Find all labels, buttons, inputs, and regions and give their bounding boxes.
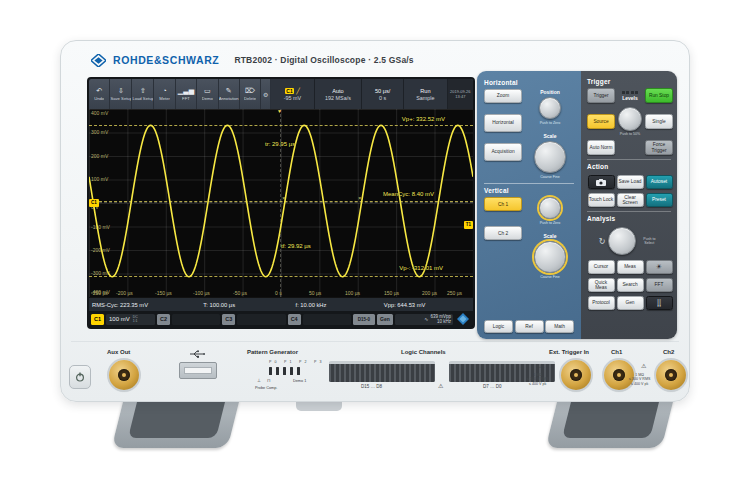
input-rating-text: 1 MΩ≤ 300 V RMS≤ 400 V pk xyxy=(527,373,548,386)
trigger-level-marker[interactable]: T1 xyxy=(464,221,473,229)
channel2-select-button[interactable]: Ch 2 xyxy=(484,226,522,240)
autoset-button[interactable]: Autoset xyxy=(646,175,673,189)
warning-icon: ⚠ xyxy=(438,383,443,390)
acquisition-status-cell[interactable]: Auto 192 MSa/s xyxy=(315,79,363,109)
channel3-badge[interactable]: C3 xyxy=(222,314,235,325)
demo-button[interactable]: ▭ Demo xyxy=(197,79,218,109)
acquisition-button[interactable]: Acquisition xyxy=(484,143,522,161)
run-stop-button[interactable]: Run Stop xyxy=(645,88,673,103)
gen-button[interactable]: Gen xyxy=(617,296,644,310)
left-stand-foot xyxy=(112,396,241,448)
quick-meas-button[interactable]: Quick Meas xyxy=(588,278,615,292)
horizontal-position-knob[interactable] xyxy=(539,97,561,119)
channel1-scale: 100 mV xyxy=(109,316,130,322)
analysis-section-header: Analysis xyxy=(587,215,671,222)
navigation-knob-hint: Push to Select xyxy=(639,237,659,245)
connector-row: Aux Out Pattern Generator P0 P1 P2 P3 ⊥ … xyxy=(61,343,689,403)
aux-out-label: Aux Out xyxy=(107,349,130,355)
touch-lock-button[interactable]: Touch Lock xyxy=(588,193,615,207)
zoom-button[interactable]: Zoom xyxy=(484,89,522,103)
trigger-position-marker[interactable]: ▼ xyxy=(277,109,282,114)
v-scale-knob-label: Scale xyxy=(543,233,556,239)
ref-button[interactable]: Ref xyxy=(515,320,544,333)
rotate-icon: ↻ xyxy=(599,237,606,246)
save-load-button[interactable]: Save Load xyxy=(617,175,644,189)
power-icon xyxy=(75,372,85,382)
keypad-button[interactable]: ⣿ xyxy=(646,296,673,310)
action-section-header: Action xyxy=(587,163,671,170)
logic-button[interactable]: Logic xyxy=(484,320,513,333)
fall-time-annotation: tf: 29.92 µs xyxy=(281,243,311,250)
right-stand-foot xyxy=(546,396,675,448)
square-wave-symbol: ⊓ xyxy=(267,378,271,383)
horizontal-vertical-panel: Horizontal Zoom Horizontal Acquisition P… xyxy=(477,71,581,339)
pencil-icon: ✎ xyxy=(226,87,232,95)
timebase-status-cell[interactable]: 50 µs/ 0 s xyxy=(362,79,404,109)
front-control-panel: Horizontal Zoom Horizontal Acquisition P… xyxy=(477,71,677,339)
power-button[interactable] xyxy=(69,365,91,389)
rohde-schwarz-logo-icon xyxy=(91,54,106,67)
auto-norm-button[interactable]: Auto Norm xyxy=(587,140,615,155)
trigger-level-knob[interactable] xyxy=(618,107,642,131)
annotation-button[interactable]: ✎ Annotation xyxy=(219,79,240,109)
warning-icon: ⚠ xyxy=(641,363,646,370)
run-status-cell[interactable]: Run Sample xyxy=(404,79,448,109)
cursor-button[interactable]: Cursor xyxy=(588,260,615,274)
oscilloscope-screen: ↶ Undo ⇩ Save Setup ⇧ Load Setup ◔ Meter… xyxy=(87,77,475,329)
datetime-display: 2019-09-26 13:47 xyxy=(448,79,473,109)
channel1-badge[interactable]: C1 xyxy=(91,314,104,325)
load-setup-button[interactable]: ⇧ Load Setup xyxy=(132,79,154,109)
settings-gear-icon[interactable]: ⚙ xyxy=(261,79,271,109)
trigger-status-cell[interactable]: C1╱ -95 mV xyxy=(271,79,315,109)
demo-label: Demo 1 xyxy=(293,379,306,383)
fft-button[interactable]: ▁▃▅ FFT xyxy=(176,79,197,109)
single-button[interactable]: Single xyxy=(645,114,673,129)
logic-connector-d15-d8 xyxy=(329,361,435,382)
logic-channels-label: Logic Channels xyxy=(401,349,446,355)
waveform-grid[interactable]: 400 mV 300 mV 200 mV 100 mV 0 V -100 mV … xyxy=(89,109,473,297)
clear-screen-button[interactable]: Clear Screen xyxy=(617,193,644,207)
h-position-knob-hint: Push to Zero xyxy=(540,121,561,125)
front-panel-seam xyxy=(71,341,679,342)
protocol-button[interactable]: Protocol xyxy=(588,296,615,310)
load-setup-icon: ⇧ xyxy=(140,87,146,95)
preset-button[interactable]: Preset xyxy=(646,193,673,207)
vertical-scale-knob[interactable] xyxy=(534,241,566,273)
h-scale-knob-label: Scale xyxy=(543,133,556,139)
meas-button[interactable]: Meas xyxy=(617,260,644,274)
zero-cross-marker: × xyxy=(282,195,286,201)
math-button[interactable]: Math xyxy=(545,320,574,333)
fft-panel-button[interactable]: FFT xyxy=(646,278,673,292)
search-button[interactable]: Search xyxy=(617,278,644,292)
horizontal-button[interactable]: Horizontal xyxy=(484,114,522,132)
channel1-ground-marker[interactable]: C1 xyxy=(89,199,99,207)
acq-type: Sample xyxy=(416,95,434,101)
sun-icon: ☀ xyxy=(656,264,662,270)
navigation-knob[interactable] xyxy=(608,227,636,255)
v-position-knob-hint: Push to Zero xyxy=(540,221,561,225)
aux-out-bnc xyxy=(109,360,139,390)
vertical-position-knob[interactable] xyxy=(539,197,561,219)
rise-time-annotation: tr: 29.95 µs xyxy=(265,141,295,148)
undo-button[interactable]: ↶ Undo xyxy=(89,79,110,109)
meter-button[interactable]: ◔ Meter xyxy=(154,79,175,109)
period-measurement: T: 100.00 µs xyxy=(203,302,295,308)
horizontal-scale-knob[interactable] xyxy=(534,141,566,173)
ch2-label: Ch2 xyxy=(663,349,674,355)
trigger-menu-button[interactable]: Trigger xyxy=(587,88,615,103)
screenshot-camera-button[interactable] xyxy=(588,175,615,189)
force-trigger-button[interactable]: Force Trigger xyxy=(645,140,673,155)
sine-wave-icon: ∿ xyxy=(424,316,428,322)
channel1-select-button[interactable]: Ch 1 xyxy=(484,197,522,211)
channel1-scale-box[interactable]: 100 mV DC 1:1 xyxy=(106,314,155,325)
delete-button[interactable]: ⌦ Delete xyxy=(240,79,261,109)
generator-badge[interactable]: Gen xyxy=(377,314,393,325)
digital-channels-badge[interactable]: D15-0 xyxy=(353,314,375,325)
channel2-badge[interactable]: C2 xyxy=(157,314,170,325)
channel4-badge[interactable]: C4 xyxy=(288,314,301,325)
save-setup-button[interactable]: ⇩ Save Setup xyxy=(110,79,132,109)
trigger-source-button[interactable]: Source xyxy=(587,114,615,129)
display-intensity-button[interactable]: ☀ xyxy=(646,260,673,274)
ext-trigger-label: Ext. Trigger In xyxy=(549,349,589,355)
oscilloscope-body: ROHDE&SCHWARZ RTB2002 · Digital Oscillos… xyxy=(60,40,690,402)
